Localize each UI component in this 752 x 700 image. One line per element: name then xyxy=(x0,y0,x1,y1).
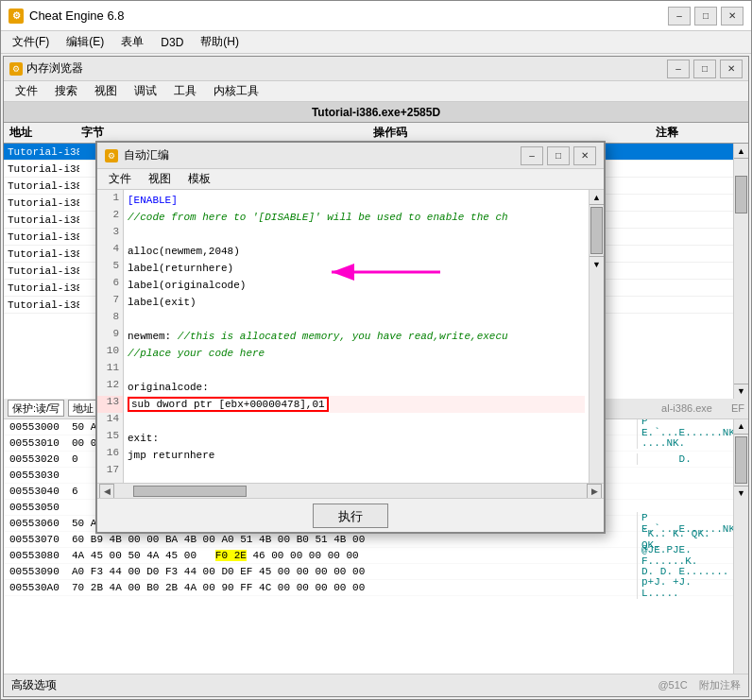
line-numbers: 1 2 3 4 5 6 7 8 9 10 11 12 13 14 15 16 1… xyxy=(97,190,124,483)
hex-addr: 00553080 xyxy=(6,550,72,561)
maximize-button[interactable]: □ xyxy=(694,7,717,26)
memory-browser-title: ⚙ 内存浏览器 – □ ✕ xyxy=(4,57,748,81)
scrollbar-h-thumb[interactable] xyxy=(133,486,247,497)
hex-row[interactable]: 00553080 4A 45 00 50 4A 45 00 F0 2E 46 0… xyxy=(4,548,733,564)
dialog-scrollbar-v[interactable]: ▲ ▼ xyxy=(589,190,604,483)
mb-menu-file[interactable]: 文件 xyxy=(8,81,45,101)
memory-browser-controls: – □ ✕ xyxy=(667,60,743,78)
title-bar: ⚙ Cheat Engine 6.8 – □ ✕ xyxy=(1,1,751,31)
main-menu-bar: 文件(F) 编辑(E) 表单 D3D 帮助(H) xyxy=(1,31,751,54)
disasm-scrollbar[interactable]: ▲ ▼ xyxy=(733,144,748,399)
code-text: //place your code here xyxy=(128,348,265,359)
hex-scrollbar[interactable]: ▲ ▼ xyxy=(733,419,748,674)
line-num: 2 xyxy=(97,209,123,226)
hex-ascii: @JE.PJE. F......K. xyxy=(637,544,731,567)
hex-bytes: 60 B9 4B 00 00 BA 4B 00 A0 51 4B 00 B0 5… xyxy=(72,534,637,545)
scroll-left-arrow[interactable]: ◀ xyxy=(99,484,114,499)
memory-browser-title-left: ⚙ 内存浏览器 xyxy=(9,60,83,77)
dialog-controls: – □ ✕ xyxy=(521,146,596,165)
row-address: Tutorial-i386E xyxy=(4,248,79,260)
menu-d3d[interactable]: D3D xyxy=(153,34,191,51)
code-line-7: label(exit) xyxy=(128,294,585,311)
dialog-close[interactable]: ✕ xyxy=(573,146,596,165)
dialog-minimize[interactable]: – xyxy=(521,146,543,165)
code-text: label(exit) xyxy=(128,297,197,308)
code-text: label(originalcode) xyxy=(128,280,246,291)
scrollbar-thumb[interactable] xyxy=(590,207,603,254)
hex-addr: 00553090 xyxy=(6,566,72,577)
dialog-title-text: 自动汇编 xyxy=(124,147,169,163)
code-line-5: label(returnhere) xyxy=(128,260,585,277)
menu-table[interactable]: 表单 xyxy=(113,32,151,52)
minimize-button[interactable]: – xyxy=(668,7,691,26)
code-line-15: exit: xyxy=(128,430,585,447)
asm-menu-view[interactable]: 视图 xyxy=(141,169,179,189)
mb-menu-tools[interactable]: 工具 xyxy=(166,81,204,101)
close-button[interactable]: ✕ xyxy=(721,7,743,26)
line-num: 14 xyxy=(97,413,123,430)
memory-browser-label: 内存浏览器 xyxy=(26,60,83,77)
mb-menu-kernel[interactable]: 内核工具 xyxy=(206,81,266,101)
hex-scrollbar-thumb[interactable] xyxy=(735,436,747,484)
code-text: originalcode: xyxy=(128,382,209,393)
hex-addr: 00553010 xyxy=(6,437,72,449)
code-text: label(returnhere) xyxy=(128,263,233,274)
scroll-right-arrow[interactable]: ▶ xyxy=(587,484,602,499)
row-address: Tutorial-i386 xyxy=(4,180,79,192)
disasm-scrollbar-thumb[interactable] xyxy=(735,176,747,213)
hex-bytes: A0 F3 44 00 D0 F3 44 00 D0 EF 45 00 00 0… xyxy=(72,566,637,577)
mb-menu-search[interactable]: 搜索 xyxy=(47,81,85,101)
code-line-14 xyxy=(128,413,585,430)
browser-icon: ⚙ xyxy=(9,62,23,76)
mb-close[interactable]: ✕ xyxy=(720,60,743,78)
col-header-comment: 注释 xyxy=(656,125,731,141)
code-line-16: jmp returnhere xyxy=(128,447,585,464)
code-line-1: [ENABLE] xyxy=(128,192,585,209)
code-line-8 xyxy=(128,311,585,328)
asm-menu-template[interactable]: 模板 xyxy=(180,169,218,189)
app-title: Cheat Engine 6.8 xyxy=(29,9,124,23)
add-comment-label[interactable]: 附加注释 xyxy=(699,679,741,691)
hex-ascii: D. xyxy=(637,453,731,465)
hex-addr: 00553060 xyxy=(6,518,72,529)
col-header-bytes: 字节 xyxy=(81,125,124,141)
protection-status: 保护:读/写 xyxy=(8,400,64,417)
code-text: jmp returnhere xyxy=(128,450,214,461)
col-header-address: 地址 xyxy=(6,125,81,141)
advanced-options-label[interactable]: 高级选项 xyxy=(11,677,57,693)
mb-minimize[interactable]: – xyxy=(667,60,690,78)
line-num: 15 xyxy=(97,430,123,447)
line-num: 16 xyxy=(97,447,123,464)
dialog-maximize[interactable]: □ xyxy=(547,146,570,165)
hex-row[interactable]: 00553070 60 B9 4B 00 00 BA 4B 00 A0 51 4… xyxy=(4,532,733,548)
hex-bytes: 70 2B 4A 00 B0 2B 4A 00 90 FF 4C 00 00 0… xyxy=(72,582,637,593)
mb-menu-view[interactable]: 视图 xyxy=(87,81,125,101)
watermark: @51C 附加注释 xyxy=(658,678,741,692)
line-num: 10 xyxy=(97,345,123,362)
code-editor[interactable]: [ENABLE] //code from here to '[DISABLE]'… xyxy=(124,190,589,483)
menu-edit[interactable]: 编辑(E) xyxy=(59,32,111,52)
bottom-bar: 高级选项 @51C 附加注释 xyxy=(4,674,748,696)
code-line-10: //place your code here xyxy=(128,345,585,362)
dialog-scrollbar-h[interactable]: ◀ ▶ xyxy=(97,483,604,498)
row-address: Tutorial-i386 xyxy=(4,299,79,311)
address-status: 地址 xyxy=(68,400,98,417)
execute-button[interactable]: 执行 xyxy=(313,504,388,528)
app-icon: ⚙ xyxy=(9,9,24,24)
asm-menu-file[interactable]: 文件 xyxy=(101,169,139,189)
code-text: [ENABLE] xyxy=(128,195,178,206)
line-num: 4 xyxy=(97,243,123,260)
status-ef-label: EF xyxy=(731,402,744,414)
mb-menu-debug[interactable]: 调试 xyxy=(127,81,164,101)
hex-row[interactable]: 00553090 A0 F3 44 00 D0 F3 44 00 D0 EF 4… xyxy=(4,564,733,580)
menu-help[interactable]: 帮助(H) xyxy=(193,32,247,52)
row-address: Tutorial-i386E xyxy=(4,197,79,209)
hex-row[interactable]: 005530A0 70 2B 4A 00 B0 2B 4A 00 90 FF 4… xyxy=(4,580,733,596)
row-address: Tutorial-i38C xyxy=(4,282,79,294)
dialog-icon: ⚙ xyxy=(105,149,118,162)
mb-maximize[interactable]: □ xyxy=(693,60,716,78)
hex-addr: 00553050 xyxy=(6,502,72,513)
menu-file[interactable]: 文件(F) xyxy=(5,32,57,52)
auto-asm-dialog: ⚙ 自动汇编 – □ ✕ 文件 视图 模板 1 2 3 4 5 6 xyxy=(95,141,606,534)
line-num: 13 xyxy=(97,396,123,413)
